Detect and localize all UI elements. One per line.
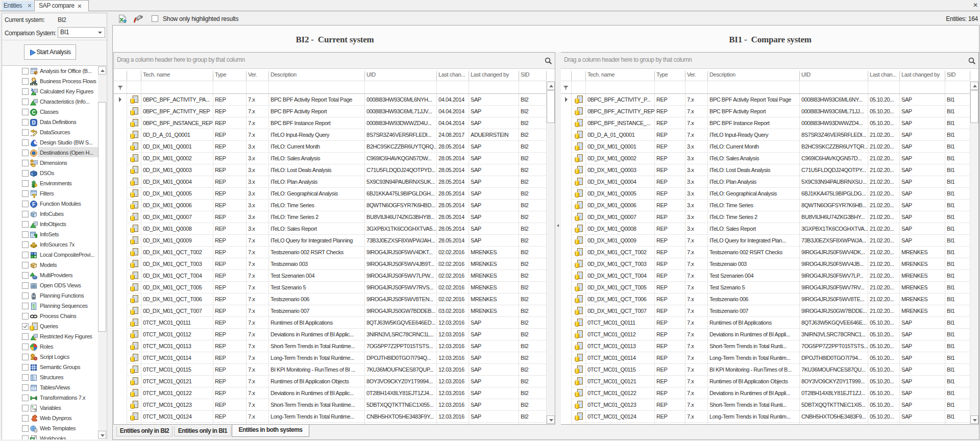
svg-text:?: ? (34, 408, 37, 412)
svg-text:C: C (32, 109, 35, 115)
svg-text:D: D (32, 119, 35, 125)
svg-text:F: F (32, 201, 35, 207)
